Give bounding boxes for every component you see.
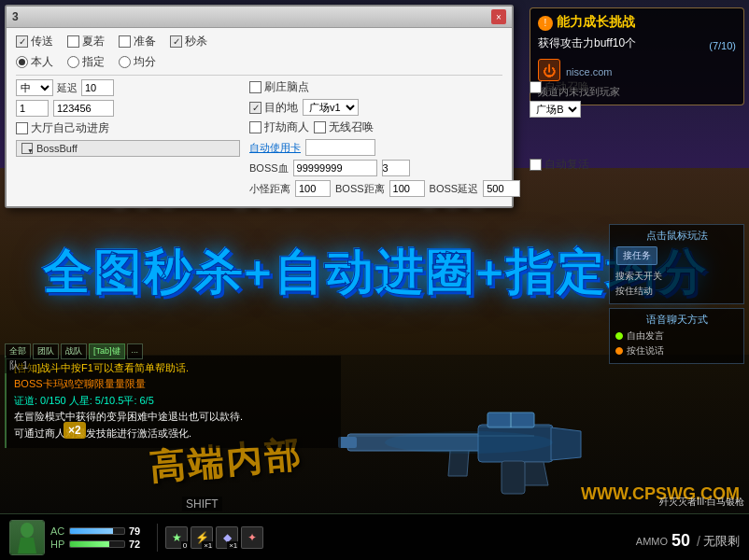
checkbox-hall[interactable]: 大厅自己动进房 — [16, 120, 109, 136]
voice-opt1-radio[interactable] — [615, 332, 623, 340]
merchant-wireless-row: 打劫商人 无线召唤 — [249, 119, 520, 135]
auto-card-input[interactable] — [305, 139, 375, 156]
checkbox-auto-revive-box[interactable] — [530, 159, 542, 171]
hp-bar — [69, 540, 125, 548]
auto-card-row: 自动使用卡 — [249, 139, 520, 156]
checkbox-merchant-label: 打劫商人 — [264, 119, 309, 135]
checkbox-summer-label: 夏若 — [82, 34, 105, 49]
checkbox-refresh-box[interactable] — [249, 81, 261, 93]
delay-row: 中 延迟 — [16, 79, 240, 96]
auto-card-link[interactable]: 自动使用卡 — [249, 141, 301, 155]
right-sidebar: 点击鼠标玩法 接任务 搜索天开关 按住结动 语音聊天方式 自由发言 按住说话 — [609, 224, 744, 368]
checkbox-instakill[interactable]: 秒杀 — [170, 34, 207, 49]
chat-area: [告知]战斗中按F1可以查看简单帮助话. BOSS卡玛鸡空聊限量量限量 证道: … — [5, 356, 341, 448]
myplace-row: 目的地 广场v1 — [249, 99, 520, 116]
svg-rect-7 — [338, 437, 357, 448]
input-field-2[interactable] — [53, 100, 114, 117]
boss-val2-input[interactable] — [382, 160, 410, 176]
skill-icon-4[interactable]: ✦ — [241, 526, 263, 549]
checkbox-summer-box[interactable] — [67, 35, 79, 48]
far-right-column: 自动召唤 广场B 自动复活 — [530, 79, 604, 201]
input-field-1[interactable] — [16, 100, 49, 117]
boss-dist-input[interactable] — [389, 180, 425, 197]
checkbox-ready[interactable]: 准备 — [119, 34, 156, 49]
radio-split-label: 均分 — [134, 54, 156, 70]
checkbox-hall-box[interactable] — [16, 122, 28, 134]
window-columns: 中 延迟 大厅自己动进房 BossBuff — [16, 79, 502, 201]
checkbox-instakill-box[interactable] — [170, 35, 182, 48]
checkbox-transfer[interactable]: 传送 — [16, 34, 53, 49]
boss-hp-label: BOSS血 — [249, 161, 289, 175]
checkbox-wireless[interactable]: 无线召唤 — [314, 119, 374, 135]
team-tab-more[interactable]: ... — [127, 343, 144, 359]
checkbox-wireless-box[interactable] — [314, 121, 326, 133]
window-close-btn[interactable]: × — [491, 9, 506, 24]
boss-buff-label: BossBuff — [36, 143, 78, 154]
checkbox-summer[interactable]: 夏若 — [67, 34, 105, 49]
small-monster-dist-input[interactable] — [295, 180, 331, 197]
gun-display — [301, 373, 600, 504]
delay-input[interactable] — [81, 79, 114, 96]
checkbox-ready-box[interactable] — [119, 35, 131, 48]
svg-point-11 — [385, 431, 553, 454]
team-tab-team[interactable]: 团队 — [33, 343, 59, 359]
checkbox-row-1: 传送 夏若 准备 秒杀 — [16, 34, 502, 49]
radio-target[interactable]: 指定 — [67, 54, 105, 70]
checkbox-refresh[interactable]: 刷庄脑点 — [249, 79, 309, 95]
skill-icon-2[interactable]: ⚡ ×1 — [191, 526, 213, 549]
checkbox-merchant-box[interactable] — [249, 121, 261, 133]
hp-value: 72 — [129, 539, 140, 550]
checkbox-transfer-box[interactable] — [16, 35, 28, 48]
checkbox-auto-summon[interactable]: 自动召唤 — [530, 79, 604, 95]
radio-self[interactable]: 本人 — [16, 54, 53, 70]
svg-marker-6 — [448, 451, 469, 476]
delay-select[interactable]: 中 — [16, 79, 53, 96]
radio-self-circle[interactable] — [16, 56, 28, 68]
boss-buff-bar: BossBuff — [16, 140, 240, 157]
skill-icon-1[interactable]: ★ 0 — [165, 526, 188, 549]
squad-label: 队 1 — [5, 357, 33, 373]
radio-split[interactable]: 均分 — [119, 54, 156, 70]
hall-checkbox-row: 大厅自己动进房 — [16, 120, 240, 136]
window-title: 3 — [12, 10, 19, 23]
skill-icon-3[interactable]: ◆ ×1 — [216, 526, 238, 549]
hp-fill — [70, 541, 109, 547]
far-right-select[interactable]: 广场B — [530, 101, 581, 118]
ammo-label: AMMO — [636, 536, 668, 547]
quest-power-icon: ⏻ — [538, 59, 560, 81]
x2-badge: ×2 — [64, 422, 86, 439]
small-monster-dist-label: 小怪距离 — [249, 182, 290, 196]
sidebar-click-title: 点击鼠标玩法 — [615, 229, 738, 243]
checkbox-auto-revive[interactable]: 自动复活 — [530, 157, 604, 173]
checkbox-myplace[interactable]: 目的地 — [249, 100, 298, 116]
voice-opt2-label: 按住说话 — [627, 344, 664, 357]
radio-target-circle[interactable] — [67, 56, 79, 68]
chat-line-5: 可通过商人对爆发技能进行激活或强化. — [14, 427, 333, 441]
boss-hp-row: BOSS血 — [249, 160, 520, 176]
team-tab-squad[interactable]: 战队 — [61, 343, 87, 359]
sidebar-accept-quest-btn[interactable]: 接任务 — [616, 246, 657, 265]
checkbox-myplace-box[interactable] — [249, 102, 261, 114]
left-column: 中 延迟 大厅自己动进房 BossBuff — [16, 79, 240, 201]
radio-split-circle[interactable] — [119, 56, 131, 68]
hud-divider — [157, 524, 158, 552]
ac-value: 79 — [129, 525, 140, 537]
radio-row: 本人 指定 均分 — [16, 54, 502, 70]
team-tab-bracket[interactable]: [Tab]键 — [89, 343, 125, 359]
checkbox-auto-summon-label: 自动召唤 — [544, 79, 589, 95]
checkbox-merchant[interactable]: 打劫商人 — [249, 119, 309, 135]
delay-label: 延迟 — [57, 81, 78, 95]
checkbox-auto-summon-box[interactable] — [530, 81, 542, 93]
boss-buff-icon — [21, 143, 33, 154]
radio-target-label: 指定 — [82, 54, 105, 70]
ac-fill — [70, 528, 113, 534]
svg-marker-13 — [18, 538, 36, 553]
radio-self-label: 本人 — [31, 54, 53, 70]
boss-hp-input[interactable] — [293, 160, 377, 176]
voice-opt2-radio[interactable] — [615, 347, 623, 355]
chat-line-1: [告知]战斗中按F1可以查看简单帮助话. — [14, 361, 333, 375]
myplace-select[interactable]: 广场v1 — [303, 99, 359, 116]
boss-delay-input[interactable] — [483, 180, 520, 197]
checkbox-myplace-label: 目的地 — [264, 100, 298, 116]
sidebar-fight-btn-label: 按住结动 — [615, 285, 653, 298]
